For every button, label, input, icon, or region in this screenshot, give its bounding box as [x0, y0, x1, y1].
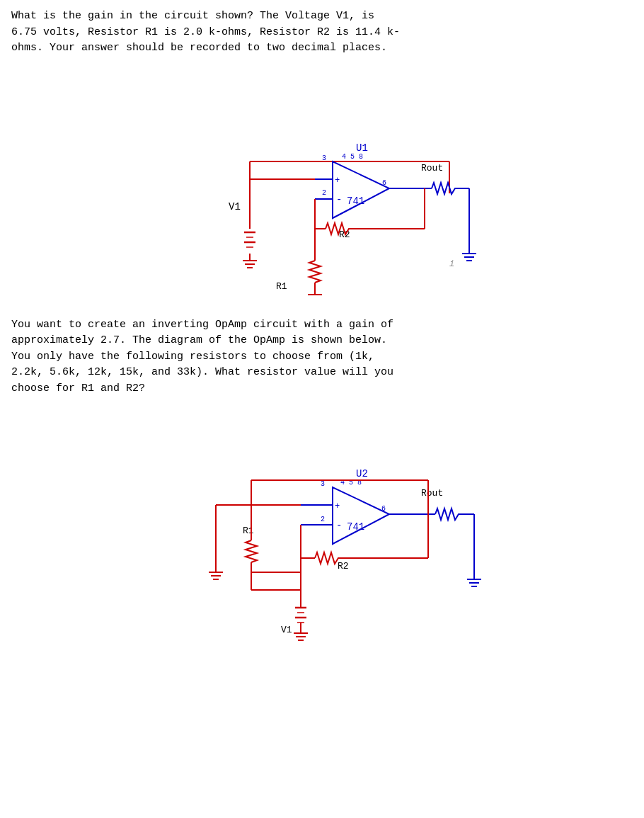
- svg-text:Rout: Rout: [421, 488, 443, 499]
- svg-text:U2: U2: [356, 468, 368, 479]
- svg-text:V1: V1: [229, 201, 241, 212]
- svg-text:U1: U1: [356, 142, 368, 154]
- svg-text:3: 3: [321, 480, 325, 488]
- svg-text:3: 3: [322, 154, 326, 162]
- svg-text:2: 2: [322, 189, 326, 197]
- circuit2-diagram: U2 + - 3 2 6 4 5 8 741 Rout: [11, 409, 633, 657]
- svg-text:+: +: [335, 501, 340, 511]
- svg-text:i: i: [449, 259, 454, 269]
- svg-text:Rout: Rout: [421, 163, 443, 174]
- question2-text: You want to create an inverting OpAmp ci…: [11, 317, 633, 397]
- svg-marker-50: [333, 487, 389, 544]
- svg-text:+: +: [335, 176, 340, 186]
- svg-text:R2: R2: [338, 561, 349, 572]
- svg-text:R1: R1: [243, 526, 254, 536]
- svg-text:V1: V1: [281, 625, 292, 635]
- svg-text:-: -: [336, 520, 342, 531]
- svg-text:R1: R1: [276, 281, 287, 292]
- svg-text:-: -: [336, 194, 342, 205]
- svg-marker-26: [333, 161, 389, 218]
- svg-text:6: 6: [381, 505, 386, 513]
- svg-text:4  5  8: 4 5 8: [342, 153, 363, 161]
- svg-text:741: 741: [347, 521, 364, 533]
- svg-text:2: 2: [321, 516, 325, 523]
- svg-text:741: 741: [347, 195, 364, 207]
- svg-text:6: 6: [382, 179, 386, 187]
- question1-text: What is the gain in the circuit shown? T…: [11, 8, 633, 57]
- circuit1-diagram: V1 Rout: [11, 69, 633, 296]
